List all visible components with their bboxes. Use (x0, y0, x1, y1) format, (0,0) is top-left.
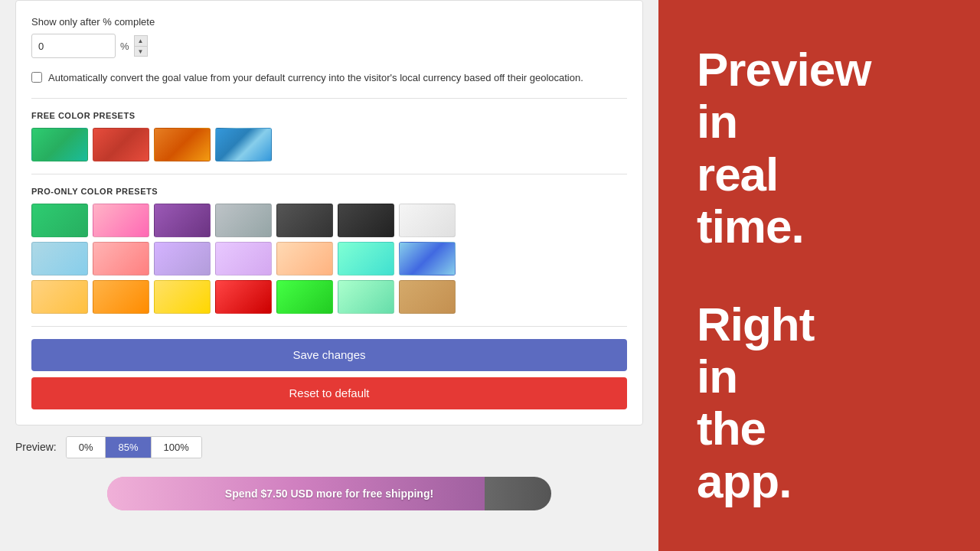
settings-card: Show only after % complete % ▲ ▼ Automat… (15, 0, 643, 425)
right-line6: in (697, 350, 737, 403)
swatch-free-4[interactable] (215, 128, 272, 161)
swatch-pro-15[interactable] (31, 280, 88, 314)
swatch-pro-5[interactable] (276, 204, 333, 237)
shipping-bar: Spend $7.50 USD more for free shipping! (107, 477, 551, 510)
right-line8: app. (697, 455, 791, 507)
swatch-pro-2[interactable] (93, 204, 149, 237)
right-panel: Preview in real time. Right in the app. (658, 0, 980, 551)
bottom-bar-area: Spend $7.50 USD more for free shipping! (0, 469, 658, 518)
swatch-pro-18[interactable] (215, 280, 272, 314)
spinner-down[interactable]: ▼ (134, 46, 148, 57)
pro-presets-title: PRO-ONLY COLOR PRESETS (31, 187, 627, 196)
reset-button[interactable]: Reset to default (31, 377, 627, 409)
swatch-pro-16[interactable] (93, 280, 149, 314)
right-line4: time. (697, 200, 804, 253)
pro-presets-grid-row2 (31, 242, 627, 276)
right-line3: real (697, 148, 778, 201)
swatch-pro-13[interactable] (338, 242, 394, 276)
preview-tab-0[interactable]: 0% (67, 437, 106, 458)
pro-presets-grid-row3 (31, 280, 627, 314)
preview-tab-85[interactable]: 85% (105, 437, 150, 458)
swatch-pro-9[interactable] (93, 242, 149, 276)
right-line7: the (697, 402, 766, 455)
free-presets-grid (31, 128, 627, 161)
currency-checkbox-row: Automatically convert the goal value fro… (31, 70, 627, 86)
divider-2 (31, 174, 627, 174)
save-button[interactable]: Save changes (31, 339, 627, 371)
right-line2: in (697, 95, 737, 148)
percent-label: Show only after % complete (31, 16, 627, 28)
right-line1: Preview (697, 43, 871, 96)
swatch-free-2[interactable] (93, 128, 149, 161)
swatch-pro-17[interactable] (154, 280, 211, 314)
preview-tab-100[interactable]: 100% (151, 437, 201, 458)
pro-presets-section: PRO-ONLY COLOR PRESETS (31, 187, 627, 314)
swatch-pro-11[interactable] (215, 242, 272, 276)
swatch-free-3[interactable] (154, 128, 211, 161)
currency-checkbox[interactable] (31, 72, 42, 83)
pro-presets-grid-row1 (31, 204, 627, 237)
preview-section: Preview: 0% 85% 100% (0, 425, 658, 469)
swatch-pro-14[interactable] (399, 242, 456, 276)
percent-input-row: % ▲ ▼ (31, 34, 627, 58)
percent-symbol: % (120, 41, 129, 52)
preview-label: Preview: (15, 441, 57, 453)
divider-3 (31, 326, 627, 327)
free-presets-title: FREE COLOR PRESETS (31, 111, 627, 120)
divider-1 (31, 98, 627, 99)
spinner-buttons: ▲ ▼ (134, 35, 148, 57)
swatch-pro-19[interactable] (276, 280, 333, 314)
currency-checkbox-label: Automatically convert the goal value fro… (48, 70, 583, 86)
left-panel: Show only after % complete % ▲ ▼ Automat… (0, 0, 658, 551)
swatch-pro-3[interactable] (154, 204, 211, 237)
right-line5: Right (697, 298, 814, 350)
swatch-pro-8[interactable] (31, 242, 88, 276)
shipping-bar-text: Spend $7.50 USD more for free shipping! (225, 487, 433, 500)
percent-section: Show only after % complete % ▲ ▼ (31, 16, 627, 58)
swatch-pro-4[interactable] (215, 204, 272, 237)
right-tagline: Preview in real time. Right in the app. (697, 44, 942, 507)
free-presets-section: FREE COLOR PRESETS (31, 111, 627, 161)
spinner-up[interactable]: ▲ (134, 35, 148, 46)
swatch-free-1[interactable] (31, 128, 88, 161)
percent-input[interactable] (31, 34, 116, 58)
swatch-pro-12[interactable] (276, 242, 333, 276)
swatch-pro-7[interactable] (399, 204, 456, 237)
swatch-pro-20[interactable] (338, 280, 394, 314)
swatch-pro-6[interactable] (338, 204, 394, 237)
swatch-pro-10[interactable] (154, 242, 211, 276)
swatch-pro-21[interactable] (399, 280, 456, 314)
preview-tabs: 0% 85% 100% (66, 436, 202, 458)
swatch-pro-1[interactable] (31, 204, 88, 237)
